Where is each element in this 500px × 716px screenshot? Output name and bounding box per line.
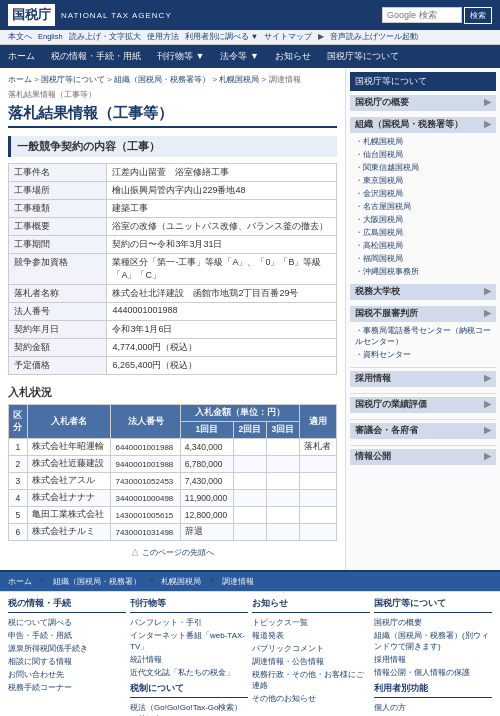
info-value: 建築工事 (107, 200, 337, 218)
bottom-link-withholding[interactable]: 源泉所得税関係手続き (8, 642, 126, 655)
bottom-link-other-news[interactable]: その他のお知らせ (252, 692, 370, 705)
nav-item-pub[interactable]: 刊行物等 ▼ (149, 45, 212, 68)
bottom-link-public-comment[interactable]: パブリックコメント (252, 642, 370, 655)
search-input[interactable] (382, 7, 462, 23)
top-link-fontsize[interactable]: 読み上げ・文字拡大 (69, 32, 141, 42)
breadcrumb-org[interactable]: 組織（国税局・税務署等） (114, 75, 210, 84)
sidebar-section-council-title[interactable]: 審議会・各府省 ▶ (350, 423, 496, 439)
nav-item-tax[interactable]: 税の情報・手続・用紙 (43, 45, 149, 68)
page-top-anchor[interactable]: △ このページの先頭へ (131, 548, 213, 557)
section-title: 一般競争契約の内容（工事） (8, 136, 337, 157)
info-value: 株式会社北洋建設 函館市地鶏2丁目百番29号 (107, 285, 337, 303)
nav-item-law[interactable]: 法令等 ▼ (212, 45, 266, 68)
bottom-link-procurement-news[interactable]: 調達情報・公告情報 (252, 655, 370, 668)
sidebar-link-kanto[interactable]: ・関東信越国税局 (350, 161, 496, 174)
sidebar-title: 国税庁等について (350, 72, 496, 91)
bottom-link-customer[interactable]: 税務行政・その他・お客様にご連絡 (252, 668, 370, 692)
sidebar-link-resource[interactable]: ・資料センター (350, 348, 496, 361)
bottom-link-nta-recruit[interactable]: 採用情報 (374, 653, 492, 666)
bid-cell-b3 (266, 490, 299, 507)
bid-cell-b2 (234, 524, 267, 541)
top-link-home[interactable]: 本文へ (8, 32, 32, 42)
bid-cell-note (299, 524, 336, 541)
bottom-col-about: 国税庁等について 国税庁の概要 組織（国税局・税務署）(別ウィンドウで開きます)… (374, 598, 492, 716)
nav-item-about[interactable]: 国税庁等について (319, 45, 407, 68)
bottom-link-webtv[interactable]: インターネット番組「web-TAX-TV」 (130, 629, 248, 653)
bottom-link-press[interactable]: 報道発表 (252, 629, 370, 642)
main-layout: ホーム > 国税庁等について > 組織（国税局・税務署等） > 札幌国税局 > … (0, 68, 500, 570)
sidebar-section-org-title[interactable]: 組織（国税局・税務署等） ▶ (350, 117, 496, 133)
sidebar-section-perf-title[interactable]: 国税庁の業績評価 ▶ (350, 397, 496, 413)
breadcrumb-home[interactable]: ホーム (8, 75, 32, 84)
bottom-link-nta-privacy[interactable]: 情報公開・個人情報の保護 (374, 666, 492, 679)
sidebar-section-info: 情報公開 ▶ (350, 449, 496, 465)
bid-cell-b1: 12,800,000 (180, 507, 233, 524)
page-title: 落札結果情報（工事等） (8, 104, 337, 128)
sidebar-link-takamatsu[interactable]: ・高松国税局 (350, 239, 496, 252)
bottom-link-pamphlet[interactable]: パンフレット・手引 (130, 616, 248, 629)
bottom-link-consult[interactable]: 相談に関する情報 (8, 655, 126, 668)
sidebar-council-label: 審議会・各府省 (355, 425, 418, 437)
top-link-voice[interactable]: 音声読み上げツール起動 (330, 32, 418, 42)
top-link-usage[interactable]: 使用方法 (147, 32, 179, 42)
bottom-link-contact[interactable]: お問い合わせ先 (8, 668, 126, 681)
sidebar-link-osaka[interactable]: ・大阪国税局 (350, 213, 496, 226)
table-row: 契約金額 4,774,000円（税込） (9, 339, 337, 357)
bid-cell-num: 4 (9, 490, 28, 507)
bid-table: 区分 入札者名 法人番号 入札金額（単位：円） 適用 1回目 2回目 3回目 1… (8, 404, 337, 541)
bottom-link-magazine[interactable]: 近代文化誌「私たちの税金」 (130, 666, 248, 679)
top-link-english[interactable]: English (38, 32, 63, 42)
breadcrumb-sapporo[interactable]: 札幌国税局 (219, 75, 259, 84)
sidebar-section-info-title[interactable]: 情報公開 ▶ (350, 449, 496, 465)
sidebar-link-fukuoka[interactable]: ・福岡国税局 (350, 252, 496, 265)
sidebar-link-okinawa[interactable]: ・沖縄国税事務所 (350, 265, 496, 278)
bid-cell-b1: 7,430,000 (180, 473, 233, 490)
sidebar-divider-1 (350, 367, 496, 368)
bottom-col-law-title: 税制について (130, 683, 248, 698)
bid-cell-corp: 3440001000498 (111, 490, 180, 507)
footer-nav: ホーム > 組織（国税局・税務署） > 札幌国税局 > 調達情報 (0, 570, 500, 591)
sidebar-link-kanazawa[interactable]: ・金沢国税局 (350, 187, 496, 200)
footer-nav-sep3: > (209, 576, 214, 587)
sidebar-link-sapporo[interactable]: ・札幌国税局 (350, 135, 496, 148)
info-label: 競争参加資格 (9, 254, 107, 285)
breadcrumb-about[interactable]: 国税庁等について (41, 75, 105, 84)
footer-nav-home[interactable]: ホーム (8, 576, 32, 587)
nav-item-news[interactable]: お知らせ (267, 45, 319, 68)
top-link-user[interactable]: 利用者別に調べる ▼ (185, 32, 259, 42)
search-button[interactable]: 検索 (464, 7, 492, 24)
footer-nav-org[interactable]: 組織（国税局・税務署） (53, 576, 141, 587)
bottom-link-research[interactable]: 税について調べる (8, 616, 126, 629)
footer-nav-procurement[interactable]: 調達情報 (222, 576, 254, 587)
bottom-link-nta-org[interactable]: 組織（国税局・税務署）(別ウィンドウで開きます) (374, 629, 492, 653)
sidebar-link-hiroshima[interactable]: ・広島国税局 (350, 226, 496, 239)
sidebar-section-tribunal: 国税不服審判所 ▶ ・事務局電話番号センター（納税コールセンター） ・資料センタ… (350, 306, 496, 361)
bottom-link-nta-overview[interactable]: 国税庁の概要 (374, 616, 492, 629)
bottom-link-declaration[interactable]: 申告・手続・用紙 (8, 629, 126, 642)
sidebar-section-univ-title[interactable]: 税務大学校 ▶ (350, 284, 496, 300)
sidebar-section-recruit-title[interactable]: 採用情報 ▶ (350, 371, 496, 387)
bottom-link-stats[interactable]: 統計情報 (130, 653, 248, 666)
sidebar-section-overview-title[interactable]: 国税庁の概要 ▶ (350, 95, 496, 111)
sidebar-section-tribunal-title[interactable]: 国税不服審判所 ▶ (350, 306, 496, 322)
nav-item-home[interactable]: ホーム (0, 45, 43, 68)
bid-col-note: 適用 (299, 405, 336, 439)
info-label: 工事種類 (9, 200, 107, 218)
info-label: 予定価格 (9, 357, 107, 375)
bottom-link-corner[interactable]: 税務手続コーナー (8, 681, 126, 694)
top-link-sitemap[interactable]: サイトマップ (264, 32, 312, 42)
footer-nav-sapporo[interactable]: 札幌国税局 (161, 576, 201, 587)
bid-cell-name: 株式会社チルミ (27, 524, 111, 541)
sidebar-link-nagoya[interactable]: ・名古屋国税局 (350, 200, 496, 213)
sidebar-link-callcenter[interactable]: ・事務局電話番号センター（納税コールセンター） (350, 324, 496, 348)
table-row: 予定価格 6,265,400円（税込） (9, 357, 337, 375)
bid-row-5: 5 亀田工業株式会社 1430001005615 12,800,000 (9, 507, 337, 524)
sidebar-section-perf: 国税庁の業績評価 ▶ (350, 397, 496, 413)
bottom-link-law-gov[interactable]: 税法（Go!Go!Go!Tax-Go検索）ハリンク (130, 701, 248, 716)
bottom-link-individual[interactable]: 個人の方 (374, 701, 492, 714)
sidebar-link-sendai[interactable]: ・仙台国税局 (350, 148, 496, 161)
sidebar-link-tokyo[interactable]: ・東京国税局 (350, 174, 496, 187)
bottom-link-topics[interactable]: トピックス一覧 (252, 616, 370, 629)
sidebar-section-council: 審議会・各府省 ▶ (350, 423, 496, 439)
bid-col-corp: 法人番号 (111, 405, 180, 439)
